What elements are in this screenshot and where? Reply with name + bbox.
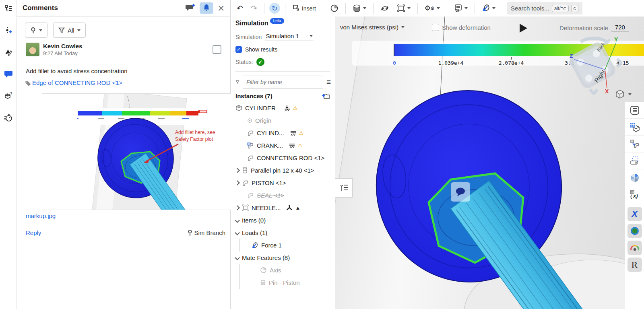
chevron-right-icon[interactable] <box>235 168 240 173</box>
left-toolbar: ? <box>0 0 17 309</box>
colorbar-tick-2: 2.078e+4 <box>499 60 524 66</box>
chevron-right-icon[interactable] <box>235 205 240 210</box>
bell-icon <box>203 4 210 12</box>
caret-down-icon <box>492 7 495 9</box>
resolve-comment-checkbox[interactable] <box>213 45 221 54</box>
markup-icon[interactable] <box>3 47 14 58</box>
features-button[interactable]: ⚙⚙ <box>423 4 442 13</box>
app-x-button[interactable]: X <box>627 207 642 221</box>
play-icon <box>520 24 527 33</box>
revolute-mate-button[interactable] <box>328 3 341 14</box>
new-comment-icon[interactable] <box>185 3 196 13</box>
feature-list-button[interactable] <box>625 102 644 119</box>
app-r-button[interactable]: R <box>627 258 642 272</box>
chevron-down-icon[interactable] <box>235 218 240 223</box>
comment-marker[interactable] <box>451 182 470 202</box>
comment-attachment-image[interactable]: Add fillet here, see Safety Factor plot <box>42 93 245 210</box>
show-deformation-checkbox[interactable] <box>432 24 439 31</box>
simulation-panel: Simulation beta Simulation Simulation 1 … <box>231 16 335 309</box>
search-tools-button[interactable]: Search tools... alt/⌥ c <box>507 2 582 14</box>
notifications-button[interactable] <box>200 2 213 14</box>
show-results-checkbox[interactable]: ✓ <box>235 46 242 53</box>
animate-button[interactable] <box>378 3 391 14</box>
reply-link[interactable]: Reply <box>26 229 41 236</box>
branch-pin-icon <box>187 229 193 236</box>
create-version-icon[interactable] <box>3 25 14 36</box>
tree-item-axis[interactable]: Axis <box>235 264 335 276</box>
simulation-panel-title: Simulation <box>235 20 268 27</box>
caret-down-icon <box>39 29 42 31</box>
named-views-button[interactable] <box>625 152 644 169</box>
app-render-button[interactable] <box>627 224 642 238</box>
comments-header: Comments ✕ <box>17 0 230 16</box>
insert-button[interactable]: Insert <box>290 3 318 13</box>
add-instance-icon[interactable] <box>322 93 330 99</box>
tree-item-cylind[interactable]: CYLIND... ⚠ <box>235 127 335 139</box>
tree-item-cylinder[interactable]: CYLINDER ⚠ <box>235 102 335 114</box>
history-icon[interactable] <box>3 112 14 123</box>
svg-text:x): x) <box>633 193 638 199</box>
display-states-button[interactable] <box>625 169 644 186</box>
tree-item-piston[interactable]: PISTON <1> <box>235 177 335 189</box>
close-comments-icon[interactable]: ✕ <box>217 4 225 12</box>
chevron-right-icon[interactable] <box>235 180 240 185</box>
play-animation-button[interactable] <box>520 24 527 33</box>
chevron-down-icon[interactable] <box>235 255 240 260</box>
list-options-icon[interactable]: ≡ <box>326 78 331 87</box>
tree-item-crank[interactable]: CRANK... ⚠ <box>235 139 335 152</box>
section-mate-features[interactable]: Mate Features (8) <box>235 251 335 264</box>
colorbar-tick-1: 1.039e+4 <box>438 60 464 66</box>
cylindrical-mate-button[interactable] <box>351 3 368 14</box>
mate-connector-icon <box>286 205 293 211</box>
tree-item-force1[interactable]: Force 1 <box>235 239 335 251</box>
result-type-dropdown[interactable]: von Mises stress (psi) <box>340 24 405 31</box>
in-context-button[interactable] <box>625 136 644 152</box>
redo-button[interactable]: ↷ <box>249 3 259 13</box>
graphics-viewport[interactable]: von Mises stress (psi) Show deformation … <box>335 16 644 309</box>
caret-down-icon <box>628 93 632 95</box>
show-results-label: Show results <box>245 46 277 53</box>
comment-bubble-icon <box>454 187 466 197</box>
section-items[interactable]: Items (0) <box>235 214 335 227</box>
linked-part-icon <box>247 142 254 149</box>
show-deformation-control[interactable]: Show deformation <box>432 24 491 31</box>
tree-item-parallel-pin[interactable]: Parallel pin 12 x 40 <1> <box>235 164 335 177</box>
chevron-down-icon[interactable] <box>235 230 240 235</box>
fixed-icon <box>284 105 290 111</box>
tree-item-pin-piston[interactable]: Pin - Piston <box>235 276 335 289</box>
help-cube-icon[interactable]: ? <box>3 90 14 101</box>
comment-filter-all-button[interactable]: All <box>53 23 86 38</box>
load-button[interactable] <box>480 3 497 14</box>
tree-item-connecting-rod[interactable]: CONNECTING ROD <1> <box>235 152 335 164</box>
bom-button[interactable] <box>452 3 470 14</box>
comment-timestamp: 9:27 AM Today <box>43 50 83 56</box>
caret-down-icon <box>401 26 405 28</box>
comments-icon[interactable] <box>3 68 14 80</box>
undo-button[interactable]: ↶ <box>235 3 245 13</box>
force-icon <box>482 4 490 12</box>
simulation-select[interactable]: Simulation 1 <box>265 33 314 41</box>
part-icon <box>247 130 254 136</box>
comment-entity-link[interactable]: Edge of CONNECTING ROD <1> <box>32 79 122 86</box>
deformation-scale-label: Deformation scale <box>559 25 608 31</box>
sync-button[interactable]: ↻ <box>269 3 280 14</box>
configurations-button[interactable]: x) <box>625 186 644 203</box>
comment-location-filter-button[interactable] <box>25 23 47 38</box>
tree-item-seal[interactable]: SEAL <1> <box>235 189 335 202</box>
section-loads[interactable]: Loads (1) <box>235 227 335 239</box>
exploded-view-button[interactable] <box>625 119 644 136</box>
tree-item-origin[interactable]: Origin <box>235 114 335 127</box>
filter-by-name-input[interactable] <box>243 76 323 89</box>
document-structure-icon[interactable] <box>3 3 14 14</box>
part-icon <box>247 155 254 161</box>
deformation-scale-input[interactable]: 720 <box>611 24 629 32</box>
tree-item-needle[interactable]: NEEDLE... ▲ <box>235 202 335 214</box>
caret-down-icon <box>77 29 80 31</box>
pattern-button[interactable] <box>395 3 413 14</box>
caret-down-icon <box>407 7 411 9</box>
sim-panel-collapse-tab[interactable] <box>335 178 353 198</box>
app-gauge-button[interactable] <box>627 241 642 255</box>
view-options-button[interactable] <box>615 89 632 99</box>
attachment-link[interactable]: markup.jpg <box>26 212 56 219</box>
axis-x-label: X <box>605 88 609 95</box>
